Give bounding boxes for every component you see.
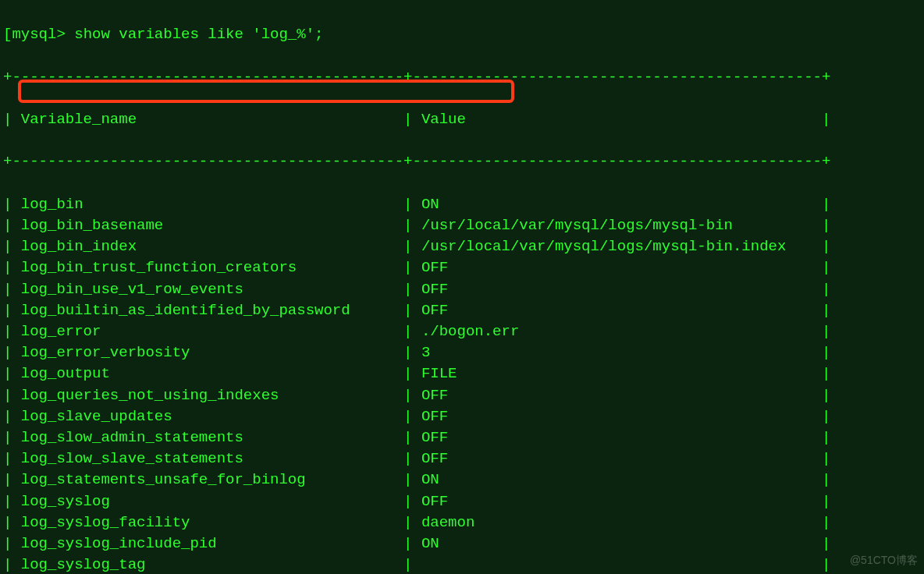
- table-row: | log_syslog_tag | |: [3, 555, 921, 574]
- terminal-output: [mysql> show variables like 'log_%'; +--…: [0, 0, 924, 574]
- table-row: | log_slow_admin_statements | OFF |: [3, 427, 921, 448]
- table-border-top: +---------------------------------------…: [3, 67, 921, 88]
- command: show variables like 'log_%';: [66, 26, 324, 43]
- table-header-row: | Variable_name | Value |: [3, 109, 921, 130]
- table-border-mid: +---------------------------------------…: [3, 151, 921, 172]
- table-row: | log_error_verbosity | 3 |: [3, 342, 921, 363]
- table-row: | log_bin_basename | /usr/local/var/mysq…: [3, 215, 921, 236]
- table-row: | log_bin_index | /usr/local/var/mysql/l…: [3, 236, 921, 257]
- table-row: | log_slave_updates | OFF |: [3, 406, 921, 427]
- table-row: | log_syslog | OFF |: [3, 491, 921, 512]
- table-row: | log_bin_use_v1_row_events | OFF |: [3, 279, 921, 300]
- table-row: | log_syslog_facility | daemon |: [3, 512, 921, 533]
- table-row: | log_bin_trust_function_creators | OFF …: [3, 257, 921, 278]
- prompt-line: [mysql> show variables like 'log_%';: [3, 24, 921, 45]
- prompt: [mysql>: [3, 26, 66, 43]
- table-row: | log_output | FILE |: [3, 363, 921, 384]
- table-row: | log_queries_not_using_indexes | OFF |: [3, 385, 921, 406]
- table-row: | log_statements_unsafe_for_binlog | ON …: [3, 469, 921, 491]
- watermark: @51CTO博客: [850, 554, 918, 568]
- table-row: | log_builtin_as_identified_by_password …: [3, 300, 921, 321]
- table-row: | log_slow_slave_statements | OFF |: [3, 448, 921, 469]
- table-body: | log_bin | ON || log_bin_basename | /us…: [3, 194, 921, 574]
- table-row: | log_error | ./bogon.err |: [3, 321, 921, 342]
- table-row: | log_syslog_include_pid | ON |: [3, 533, 921, 555]
- table-row: | log_bin | ON |: [3, 194, 921, 215]
